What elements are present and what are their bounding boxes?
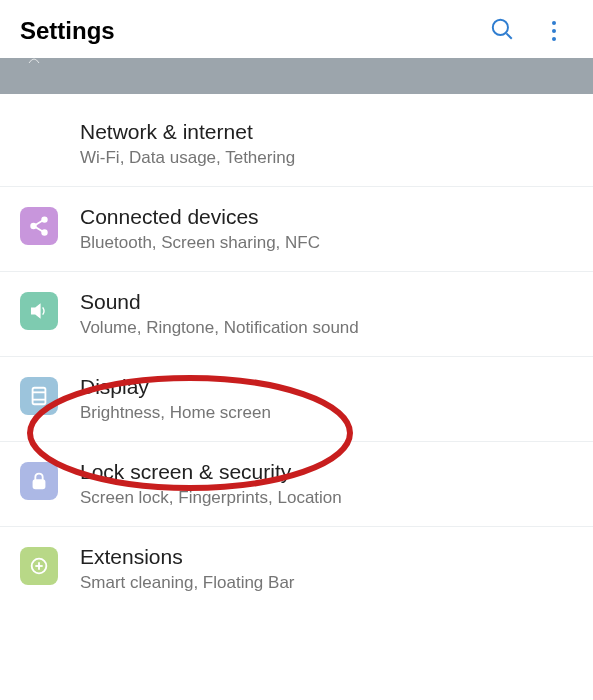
item-subtitle: Bluetooth, Screen sharing, NFC [80, 233, 573, 253]
search-icon[interactable] [489, 16, 515, 46]
svg-rect-11 [34, 480, 45, 488]
page-title: Settings [20, 17, 115, 45]
data-saver-banner[interactable] [0, 58, 593, 94]
settings-list: Network & internet Wi-Fi, Data usage, Te… [0, 94, 593, 611]
settings-item-sound[interactable]: Sound Volume, Ringtone, Notification sou… [0, 272, 593, 357]
item-subtitle: Smart cleaning, Floating Bar [80, 573, 573, 593]
share-icon [20, 207, 58, 245]
svg-rect-8 [33, 388, 46, 405]
more-icon[interactable] [543, 20, 565, 42]
settings-item-display[interactable]: Display Brightness, Home screen [0, 357, 593, 442]
item-content: Display Brightness, Home screen [80, 375, 573, 423]
item-content: Network & internet Wi-Fi, Data usage, Te… [80, 120, 573, 168]
item-subtitle: Screen lock, Fingerprints, Location [80, 488, 573, 508]
header-actions [489, 16, 573, 46]
svg-point-2 [38, 147, 40, 149]
settings-item-connected[interactable]: Connected devices Bluetooth, Screen shar… [0, 187, 593, 272]
item-content: Extensions Smart cleaning, Floating Bar [80, 545, 573, 593]
settings-item-lockscreen[interactable]: Lock screen & security Screen lock, Fing… [0, 442, 593, 527]
item-content: Lock screen & security Screen lock, Fing… [80, 460, 573, 508]
item-title: Lock screen & security [80, 460, 573, 484]
settings-item-network[interactable]: Network & internet Wi-Fi, Data usage, Te… [0, 102, 593, 187]
extensions-icon [20, 547, 58, 585]
sound-icon [20, 292, 58, 330]
item-title: Network & internet [80, 120, 573, 144]
lock-icon [20, 462, 58, 500]
item-subtitle: Brightness, Home screen [80, 403, 573, 423]
svg-line-1 [506, 33, 511, 38]
item-subtitle: Volume, Ringtone, Notification sound [80, 318, 573, 338]
item-subtitle: Wi-Fi, Data usage, Tethering [80, 148, 573, 168]
settings-item-extensions[interactable]: Extensions Smart cleaning, Floating Bar [0, 527, 593, 611]
app-header: Settings [0, 0, 593, 58]
svg-point-0 [493, 20, 508, 35]
item-title: Extensions [80, 545, 573, 569]
item-title: Display [80, 375, 573, 399]
data-saver-icon [20, 58, 48, 71]
item-title: Connected devices [80, 205, 573, 229]
item-content: Sound Volume, Ringtone, Notification sou… [80, 290, 573, 338]
wifi-icon [20, 122, 58, 160]
item-title: Sound [80, 290, 573, 314]
item-content: Connected devices Bluetooth, Screen shar… [80, 205, 573, 253]
display-icon [20, 377, 58, 415]
svg-line-6 [35, 221, 42, 226]
svg-line-7 [35, 227, 42, 232]
